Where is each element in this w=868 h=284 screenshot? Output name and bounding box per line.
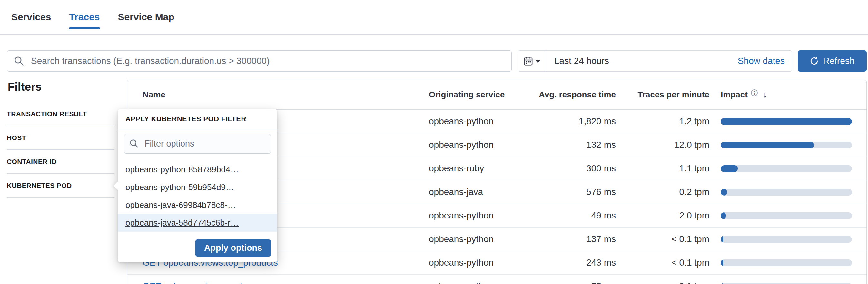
refresh-icon <box>810 56 819 65</box>
table-row: GET opbeans.views.customers opbeans-pyth… <box>127 275 866 284</box>
column-header-avg-response-time[interactable]: Avg. response time <box>538 90 616 100</box>
originating-service-cell: opbeans-python <box>429 281 538 284</box>
avg-response-time-cell: 1,820 ms <box>538 116 616 126</box>
filter-kubernetes-pod[interactable]: KUBERNETES POD <box>7 174 115 198</box>
avg-response-time-cell: 576 ms <box>538 187 616 197</box>
avg-response-time-cell: 243 ms <box>538 258 616 268</box>
filter-option[interactable]: opbeans-python-59b954d9… <box>118 178 277 196</box>
sort-descending-icon: ↓ <box>763 90 767 100</box>
search-icon <box>129 139 139 148</box>
column-header-impact[interactable]: Impact ? ↓ <box>709 90 866 100</box>
filter-option[interactable]: opbeans-java-58d7745c6b-r… <box>118 214 277 232</box>
tab-traces[interactable]: Traces <box>69 0 100 34</box>
originating-service-cell: opbeans-ruby <box>429 163 538 174</box>
impact-bar <box>721 118 852 125</box>
filter-option[interactable]: opbeans-java-69984b78c8-… <box>118 196 277 214</box>
impact-bar <box>721 259 852 266</box>
traces-per-minute-cell: 2.0 tpm <box>616 210 709 221</box>
calendar-dropdown-button[interactable] <box>518 51 546 71</box>
impact-bar <box>721 283 852 284</box>
originating-service-cell: opbeans-python <box>429 140 538 150</box>
impact-bar <box>721 142 852 148</box>
traces-per-minute-cell: 0.2 tpm <box>616 187 709 197</box>
originating-service-cell: opbeans-python <box>429 258 538 268</box>
filter-options-input[interactable] <box>124 134 271 153</box>
traces-per-minute-cell: 1.2 tpm <box>616 116 709 126</box>
filter-option[interactable]: opbeans-python-858789bd4… <box>118 161 277 178</box>
filter-list: TRANSACTION RESULT HOST CONTAINER ID KUB… <box>7 102 115 198</box>
filter-transaction-result[interactable]: TRANSACTION RESULT <box>7 102 115 126</box>
impact-bar <box>721 165 852 172</box>
avg-response-time-cell: 75 ms <box>538 281 616 284</box>
avg-response-time-cell: 300 ms <box>538 163 616 174</box>
avg-response-time-cell: 132 ms <box>538 140 616 150</box>
calendar-icon <box>523 56 533 66</box>
search-input[interactable] <box>7 50 512 72</box>
transaction-search <box>7 50 512 72</box>
refresh-button[interactable]: Refresh <box>798 50 867 72</box>
traces-per-minute-cell: < 0.1 tpm <box>616 234 709 244</box>
transaction-link[interactable]: GET opbeans.views.customers <box>143 281 267 284</box>
impact-info-icon[interactable]: ? <box>751 89 758 96</box>
originating-service-cell: opbeans-java <box>429 187 538 197</box>
apply-options-button[interactable]: Apply options <box>195 239 271 257</box>
filter-container-id[interactable]: CONTAINER ID <box>7 150 115 174</box>
originating-service-cell: opbeans-python <box>429 210 538 221</box>
avg-response-time-cell: 49 ms <box>538 210 616 221</box>
tab-services[interactable]: Services <box>11 0 51 34</box>
super-date-picker: Last 24 hours Show dates <box>518 50 792 72</box>
column-header-traces-per-minute[interactable]: Traces per minute <box>616 90 709 100</box>
filter-host[interactable]: HOST <box>7 126 115 150</box>
chevron-down-icon <box>535 60 540 63</box>
traces-per-minute-cell: 12.0 tpm <box>616 140 709 150</box>
originating-service-cell: opbeans-python <box>429 234 538 244</box>
column-header-name[interactable]: Name <box>127 90 429 100</box>
impact-bar <box>721 236 852 243</box>
kubernetes-pod-filter-popover: APPLY KUBERNETES POD FILTER opbeans-pyth… <box>118 109 277 262</box>
search-icon <box>14 56 24 66</box>
traces-per-minute-cell: < 0.1 tpm <box>616 281 709 284</box>
table-header: Name Originating service Avg. response t… <box>127 80 866 110</box>
avg-response-time-cell: 137 ms <box>538 234 616 244</box>
impact-bar <box>721 189 852 196</box>
column-header-originating-service[interactable]: Originating service <box>429 90 538 100</box>
popover-title: APPLY KUBERNETES POD FILTER <box>118 109 277 130</box>
time-range-button[interactable]: Last 24 hours <box>546 51 738 71</box>
filters-heading: Filters <box>8 80 41 93</box>
traces-per-minute-cell: < 0.1 tpm <box>616 258 709 268</box>
traces-per-minute-cell: 1.1 tpm <box>616 163 709 174</box>
filter-option-list: opbeans-python-858789bd4… opbeans-python… <box>118 157 277 232</box>
show-dates-link[interactable]: Show dates <box>738 51 792 71</box>
popover-search <box>124 134 271 153</box>
top-navigation: Services Traces Service Map <box>0 0 868 34</box>
tab-service-map[interactable]: Service Map <box>118 0 175 34</box>
impact-bar <box>721 212 852 219</box>
originating-service-cell: opbeans-python <box>429 116 538 126</box>
